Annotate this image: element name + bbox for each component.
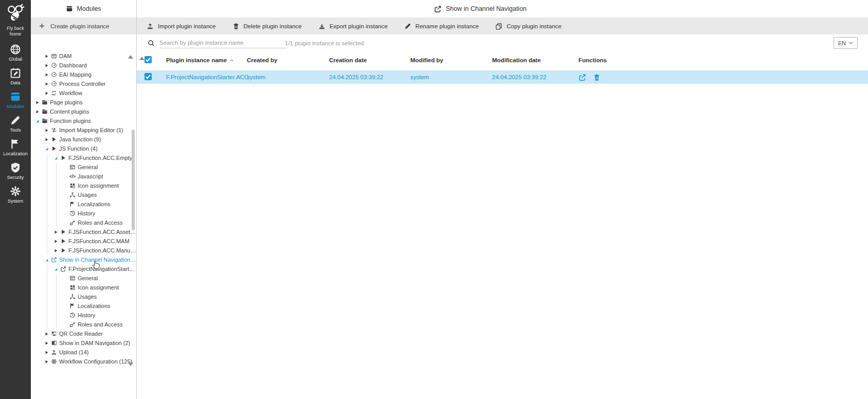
- expand-arrow-icon[interactable]: [53, 230, 58, 234]
- tree-scroll-up-arrow-icon[interactable]: [128, 55, 133, 59]
- tree-item-f-projectnavigationstarte[interactable]: F.ProjectNavigationStarte...: [31, 264, 136, 274]
- language-selector[interactable]: EN: [834, 37, 858, 49]
- tree-item-js-function-4[interactable]: JS Function (4): [31, 144, 136, 153]
- tree-item-dam[interactable]: DAM: [31, 51, 136, 61]
- export-plugin-instance-button[interactable]: Export plugin instance: [318, 23, 388, 30]
- tree-item-eai-mapping[interactable]: EAI Mapping: [31, 70, 136, 79]
- usages-icon: [69, 192, 76, 198]
- tree-item-history[interactable]: History: [31, 311, 136, 320]
- tree-item-workflow[interactable]: Workflow: [31, 88, 136, 98]
- create-plugin-instance-button[interactable]: Create plugin instance: [31, 17, 136, 34]
- tree-item-show-in-channel-navigation-1[interactable]: Show in Channel Navigation (1: [31, 255, 136, 264]
- expand-arrow-icon[interactable]: [44, 91, 49, 96]
- tree-scroll-down-arrow-icon[interactable]: [128, 362, 133, 366]
- tree-item-general[interactable]: General: [31, 274, 136, 283]
- tree-item-java-function-9[interactable]: Java function (9): [31, 135, 136, 144]
- tree-item-workflow-configuration-125[interactable]: Workflow Configuration (125): [31, 357, 136, 366]
- tree-item-label: Roles and Access: [78, 321, 122, 328]
- tree-item-qr-code-reader[interactable]: QR Code Reader: [31, 329, 136, 338]
- expander-spacer: [63, 304, 67, 309]
- table-header-row: Plugin instance nameCreated byCreation d…: [137, 53, 868, 67]
- expand-arrow-icon[interactable]: [44, 137, 49, 142]
- column-header-functions[interactable]: Functions: [578, 57, 868, 63]
- search-input[interactable]: [159, 38, 286, 48]
- expand-arrow-icon[interactable]: [35, 100, 40, 105]
- tree-item-javascript[interactable]: </>Javascript: [31, 172, 136, 181]
- select-all-checkbox[interactable]: [144, 56, 152, 63]
- tree-item-label: Localizations: [78, 303, 111, 309]
- tree-item-content-plugins[interactable]: Content plugins: [31, 107, 136, 116]
- tree-item-usages[interactable]: Usages: [31, 190, 136, 199]
- table-scroll-up-arrow-icon[interactable]: [139, 57, 144, 60]
- share-icon[interactable]: [578, 74, 586, 81]
- fly-back-home-button[interactable]: Fly back home: [4, 4, 27, 37]
- tree-item-show-in-dam-navigation-2[interactable]: Show in DAM Navigation (2): [31, 338, 136, 348]
- expand-arrow-icon[interactable]: [44, 54, 49, 59]
- copy-plugin-instance-button[interactable]: Copy plugin instance: [495, 23, 562, 30]
- expand-arrow-icon[interactable]: [44, 82, 49, 86]
- tree-item-icon-assignment[interactable]: Icon assignment: [31, 181, 136, 190]
- expand-arrow-icon[interactable]: [44, 72, 49, 77]
- expand-arrow-icon[interactable]: [53, 248, 58, 253]
- sidebar-item-localization[interactable]: Localization: [3, 138, 28, 156]
- tree-item-f-jsfunction-acc-manua[interactable]: F.JSFunction.ACC.Manua...: [31, 246, 136, 255]
- table-row[interactable]: F.ProjectNavigationStarter.ACCsystem24.0…: [137, 70, 868, 84]
- import-plugin-instance-button[interactable]: Import plugin instance: [147, 23, 216, 30]
- sidebar-item-security[interactable]: Security: [3, 162, 28, 180]
- tree-item-history[interactable]: History: [31, 209, 136, 218]
- tree-item-process-controller[interactable]: Process Controller: [31, 79, 136, 88]
- tree-item-localizations[interactable]: Localizations: [31, 301, 136, 311]
- collapse-arrow-icon[interactable]: [53, 156, 58, 160]
- column-header-modified-by[interactable]: Modified by: [410, 57, 492, 63]
- tree-item-upload-14[interactable]: Upload (14): [31, 348, 136, 357]
- expand-arrow-icon[interactable]: [44, 63, 49, 68]
- sidebar-item-system[interactable]: System: [3, 186, 28, 204]
- expander-spacer: [63, 322, 67, 327]
- sidebar-item-modules[interactable]: Modules: [3, 91, 28, 109]
- column-header-label: Created by: [247, 57, 277, 63]
- tree-item-import-mapping-editor-1[interactable]: Import Mapping Editor (1): [31, 125, 136, 135]
- collapse-arrow-icon[interactable]: [44, 147, 49, 151]
- tree-item-function-plugins[interactable]: Function plugins: [31, 116, 136, 125]
- expand-arrow-icon[interactable]: [44, 341, 49, 346]
- expand-arrow-icon[interactable]: [35, 110, 40, 114]
- expand-arrow-icon[interactable]: [44, 128, 49, 133]
- sidebar-item-data[interactable]: Data: [3, 67, 28, 85]
- tree-item-f-jsfunction-acc-assetl[interactable]: F.JSFunction.ACC.AssetL...: [31, 227, 136, 237]
- tree-item-page-plugins[interactable]: Page plugins: [31, 98, 136, 107]
- tree-item-general[interactable]: General: [31, 162, 136, 172]
- expand-arrow-icon[interactable]: [44, 332, 49, 336]
- expand-arrow-icon[interactable]: [53, 239, 58, 244]
- trash-icon[interactable]: [593, 74, 601, 81]
- logo-label: Fly back home: [4, 26, 27, 37]
- expand-arrow-icon[interactable]: [44, 350, 49, 355]
- collapse-arrow-icon[interactable]: [53, 267, 58, 271]
- collapse-arrow-icon[interactable]: [44, 258, 49, 262]
- tree-item-label: Show in DAM Navigation (2): [59, 340, 130, 346]
- sidebar-item-tools[interactable]: Tools: [3, 115, 28, 133]
- tree-item-label: F.JSFunction.ACC.Manua...: [68, 247, 136, 253]
- tree-item-icon-assignment[interactable]: Icon assignment: [31, 283, 136, 292]
- sidebar-item-global[interactable]: Global: [3, 44, 28, 62]
- tree-item-roles-and-access[interactable]: Roles and Access: [31, 218, 136, 227]
- row-checkbox[interactable]: [144, 73, 152, 80]
- delete-plugin-instance-button[interactable]: Delete plugin instance: [232, 23, 302, 30]
- column-header-modification-date[interactable]: Modification date: [492, 57, 578, 63]
- history-icon: [69, 312, 76, 318]
- rename-plugin-instance-button[interactable]: Rename plugin instance: [404, 23, 479, 30]
- tree-scrollbar-thumb[interactable]: [132, 130, 135, 230]
- column-header-created-by[interactable]: Created by: [247, 57, 329, 63]
- tree-item-label: Workflow: [59, 90, 82, 96]
- tree-item-f-jsfunction-acc-empty[interactable]: F.JSFunction.ACC.Empty: [31, 153, 136, 162]
- tree-item-roles-and-access[interactable]: Roles and Access: [31, 320, 136, 329]
- tree-item-f-jsfunction-acc-mam[interactable]: F.JSFunction.ACC.MAM: [31, 237, 136, 246]
- collapse-arrow-icon[interactable]: [35, 119, 40, 123]
- tree-item-label: Localizations: [78, 201, 111, 207]
- column-header-creation-date[interactable]: Creation date: [329, 57, 410, 63]
- tree-item-usages[interactable]: Usages: [31, 292, 136, 301]
- tree-item-localizations[interactable]: Localizations: [31, 199, 136, 209]
- tree-guide-line: [56, 311, 57, 320]
- column-header-plugin-instance-name[interactable]: Plugin instance name: [166, 57, 247, 63]
- expand-arrow-icon[interactable]: [44, 359, 49, 364]
- tree-item-dashboard[interactable]: Dashboard: [31, 61, 136, 70]
